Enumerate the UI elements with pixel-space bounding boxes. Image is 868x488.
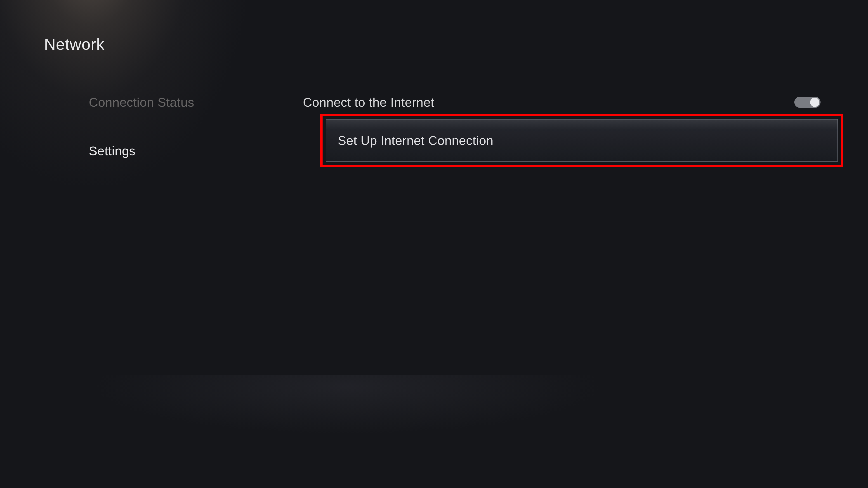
spotlight-overlay bbox=[0, 0, 452, 407]
main-panel: Connect to the Internet Set Up Internet … bbox=[303, 95, 832, 120]
floor-glow bbox=[0, 375, 868, 488]
list-item-setup-internet-connection[interactable]: Set Up Internet Connection bbox=[326, 119, 838, 162]
connect-to-internet-label: Connect to the Internet bbox=[303, 95, 434, 109]
list-item-label: Set Up Internet Connection bbox=[338, 133, 493, 148]
sidebar: Connection Status Settings bbox=[89, 95, 194, 158]
connect-to-internet-toggle[interactable] bbox=[794, 97, 820, 108]
highlight-annotation: Set Up Internet Connection bbox=[320, 114, 843, 167]
toggle-knob-icon bbox=[810, 98, 819, 107]
page-title: Network bbox=[44, 35, 104, 53]
row-connect-to-internet[interactable]: Connect to the Internet bbox=[303, 95, 832, 109]
sidebar-item-settings[interactable]: Settings bbox=[89, 143, 194, 158]
sidebar-item-connection-status[interactable]: Connection Status bbox=[89, 95, 194, 109]
